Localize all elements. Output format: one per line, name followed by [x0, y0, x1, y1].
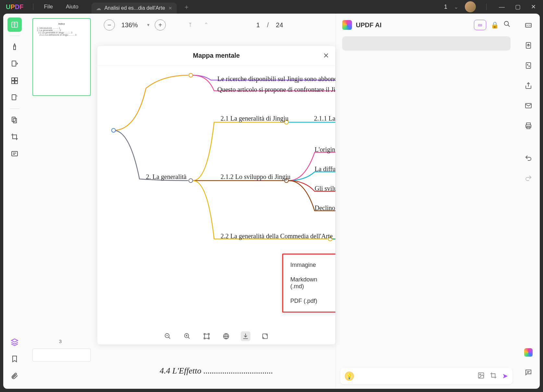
- svg-rect-1: [12, 61, 16, 66]
- svg-rect-2: [12, 78, 14, 80]
- sign-tool[interactable]: [7, 90, 22, 105]
- tab-close-button[interactable]: ✕: [168, 6, 172, 11]
- mindmap-title: Mappa mentale: [193, 52, 240, 59]
- first-page-button[interactable]: ⤒: [185, 21, 196, 29]
- mindmap-node[interactable]: L'origine e l'affermazione del Jingju: [315, 146, 335, 153]
- mindmap-node[interactable]: 2. La generalità: [146, 173, 187, 181]
- form-tool[interactable]: [7, 74, 22, 88]
- export-menu: Immagine Markdown (.md) PDF (.pdf): [282, 254, 335, 313]
- svg-rect-3: [15, 78, 18, 80]
- zoom-level: 136%: [119, 21, 140, 29]
- mindmap-node[interactable]: La diffusione del termine e l'espansione…: [315, 165, 335, 173]
- maximize-button[interactable]: ▢: [513, 3, 523, 10]
- new-tab-button[interactable]: ＋: [183, 3, 190, 11]
- user-avatar[interactable]: [465, 1, 476, 12]
- search-icon[interactable]: [503, 20, 511, 30]
- zoom-dropdown[interactable]: ▼: [146, 23, 150, 27]
- svg-rect-9: [12, 151, 18, 156]
- thumb-page-number: 3: [59, 339, 62, 344]
- svg-rect-6: [12, 95, 16, 100]
- attachment-button[interactable]: [7, 369, 22, 383]
- zoom-in-button[interactable]: +: [155, 19, 166, 30]
- page-thumbnail-3[interactable]: [32, 349, 91, 362]
- page-thumbnail-1[interactable]: Indice 1. Introduzione ......... 1 2. La…: [32, 18, 91, 96]
- mindmap-node-dot[interactable]: [111, 128, 116, 133]
- send-button[interactable]: ➤: [502, 372, 508, 381]
- mindmap-node[interactable]: 2.1 La generalità di Jingju: [221, 115, 288, 122]
- page-total: 24: [276, 21, 283, 29]
- mindmap-close-button[interactable]: ✕: [323, 52, 329, 60]
- menu-help[interactable]: Aiuto: [59, 4, 85, 10]
- svg-rect-21: [526, 63, 531, 68]
- chat-input-bar: 💡 ➤: [340, 368, 513, 384]
- redo-button[interactable]: [521, 171, 536, 185]
- mm-expand-button[interactable]: [260, 331, 270, 341]
- redact-tool[interactable]: [7, 147, 22, 161]
- mindmap-node[interactable]: Le ricerche disponibili sul Jingju sono …: [217, 75, 335, 83]
- prev-page-button[interactable]: ⌃: [200, 21, 212, 29]
- bookmark-button[interactable]: [7, 352, 22, 366]
- ai-panel-title: UPDF AI: [356, 21, 381, 29]
- mm-fit-button[interactable]: [202, 331, 211, 341]
- mindmap-node[interactable]: 2.2 La generalità della Commedia dell'Ar…: [221, 232, 333, 240]
- print-button[interactable]: [521, 119, 536, 133]
- svg-rect-12: [205, 334, 209, 339]
- mindmap-node-dot[interactable]: [188, 73, 193, 77]
- export-button[interactable]: [521, 38, 536, 53]
- comments-button[interactable]: [521, 365, 536, 380]
- app-logo: UPDF: [0, 3, 29, 11]
- layers-button[interactable]: [7, 335, 22, 349]
- counter-label: 1: [444, 4, 447, 10]
- mindmap-node[interactable]: Questo articolo si propone di confrontar…: [217, 86, 335, 93]
- mindmap-node[interactable]: Declino e attuale situazione del Jingju: [315, 204, 335, 212]
- page-input[interactable]: [240, 21, 260, 29]
- email-button[interactable]: [521, 99, 536, 113]
- image-icon[interactable]: [477, 372, 485, 381]
- export-markdown-option[interactable]: Markdown (.md): [283, 272, 335, 294]
- crop-icon[interactable]: [490, 372, 497, 381]
- svg-point-17: [479, 374, 481, 375]
- compress-button[interactable]: [521, 58, 536, 73]
- mindmap-node[interactable]: 2.1.1 La definizione di Jingju: [314, 115, 335, 122]
- crop-tool[interactable]: [7, 130, 22, 144]
- document-text: 4.4 L'Effetto ..........................…: [160, 366, 273, 376]
- highlight-tool[interactable]: [7, 40, 22, 54]
- mindmap-node[interactable]: Gli sviluppi e le trasformazioni durante…: [315, 185, 335, 192]
- chevron-down-icon[interactable]: ⌄: [454, 4, 458, 10]
- lock-icon[interactable]: 🔒: [491, 21, 499, 29]
- infinity-button[interactable]: ∞: [474, 20, 486, 30]
- svg-rect-4: [12, 81, 14, 84]
- mindmap-node-dot[interactable]: [188, 178, 193, 183]
- svg-text:OCR: OCR: [526, 24, 531, 27]
- export-image-option[interactable]: Immagine: [283, 258, 335, 272]
- updf-ai-logo: [342, 20, 352, 30]
- svg-rect-5: [15, 81, 18, 84]
- reader-mode-button[interactable]: [7, 18, 22, 32]
- organize-tool[interactable]: [7, 113, 22, 127]
- mm-zoom-out-button[interactable]: [163, 331, 173, 341]
- lightbulb-icon[interactable]: 💡: [345, 372, 354, 381]
- page-separator: /: [264, 21, 272, 29]
- undo-button[interactable]: [521, 151, 536, 165]
- zoom-out-button[interactable]: −: [104, 19, 115, 30]
- document-tab[interactable]: ☁ Analisi ed es...dia dell'Arte ✕: [91, 3, 177, 14]
- mm-download-button[interactable]: [241, 331, 250, 341]
- mindmap-panel: Mappa mentale ✕: [97, 46, 335, 344]
- mm-language-button[interactable]: [221, 331, 231, 341]
- mm-zoom-in-button[interactable]: [182, 331, 192, 341]
- svg-point-15: [504, 21, 509, 26]
- menu-file[interactable]: File: [37, 4, 59, 10]
- export-pdf-option[interactable]: PDF (.pdf): [283, 294, 335, 308]
- cloud-icon: ☁: [96, 5, 101, 11]
- ai-assistant-button[interactable]: [521, 345, 536, 360]
- edit-tool[interactable]: [7, 57, 22, 71]
- mindmap-node[interactable]: 2.1.2 Lo sviluppo di Jingju: [221, 173, 291, 181]
- tab-title: Analisi ed es...dia dell'Arte: [104, 5, 165, 11]
- minimize-button[interactable]: —: [497, 4, 507, 10]
- close-button[interactable]: ✕: [529, 3, 538, 10]
- ocr-button[interactable]: OCR: [521, 18, 536, 32]
- share-button[interactable]: [521, 78, 536, 93]
